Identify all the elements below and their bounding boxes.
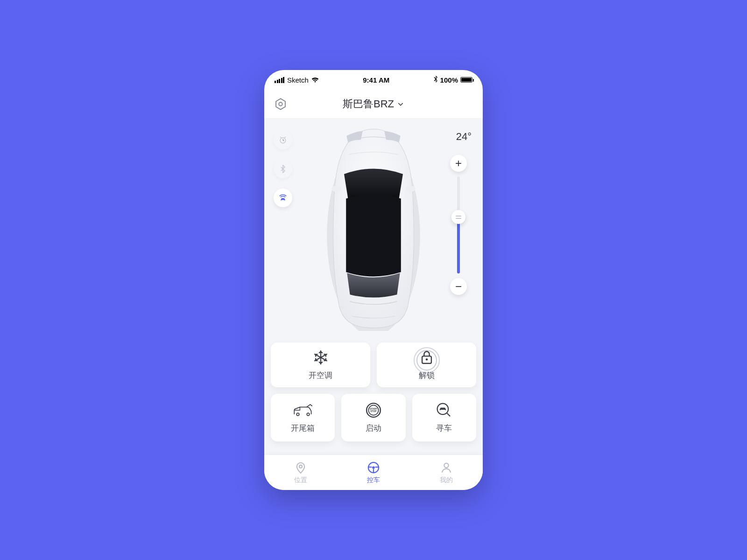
svg-point-8 xyxy=(307,413,310,416)
slider-fill xyxy=(457,217,460,273)
find-car-button[interactable]: 寻车 xyxy=(412,394,476,441)
bluetooth-icon xyxy=(434,76,438,84)
ac-label: 开空调 xyxy=(309,370,332,381)
steering-wheel-icon xyxy=(367,461,380,474)
svg-point-6 xyxy=(425,358,428,360)
status-bar: Sketch 9:41 AM 100% xyxy=(264,70,483,90)
start-button[interactable]: START STOP 启动 xyxy=(341,394,405,441)
status-time: 9:41 AM xyxy=(363,76,389,84)
car-signal-icon xyxy=(278,193,288,203)
battery-text: 100% xyxy=(440,76,458,84)
svg-point-0 xyxy=(279,102,282,105)
svg-text:STOP: STOP xyxy=(370,410,377,413)
nav-control-label: 控车 xyxy=(367,476,380,484)
battery-icon xyxy=(460,77,472,83)
settings-button[interactable] xyxy=(273,96,289,112)
nav-location-label: 位置 xyxy=(294,476,307,484)
bluetooth-icon xyxy=(279,165,287,173)
nav-location[interactable]: 位置 xyxy=(264,461,337,484)
signal-bars-icon xyxy=(275,77,284,83)
person-icon xyxy=(440,461,453,474)
slider-minus-button[interactable]: − xyxy=(450,278,467,295)
svg-point-17 xyxy=(444,463,448,467)
start-label: 启动 xyxy=(366,423,381,434)
svg-point-16 xyxy=(372,466,375,469)
app-header: 斯巴鲁BRZ xyxy=(264,90,483,119)
car-top-view-icon xyxy=(324,125,423,331)
temperature-slider: + − xyxy=(450,155,467,295)
trunk-icon xyxy=(293,402,313,418)
svg-point-7 xyxy=(296,413,299,416)
vehicle-selector[interactable]: 斯巴鲁BRZ xyxy=(343,97,404,111)
phone-frame: Sketch 9:41 AM 100% 斯巴鲁BRZ xyxy=(264,70,483,490)
status-right: 100% xyxy=(434,76,472,84)
clock-icon xyxy=(278,135,288,145)
svg-point-4 xyxy=(406,186,416,192)
signal-button[interactable] xyxy=(274,189,292,207)
svg-text:START: START xyxy=(370,407,377,410)
chevron-down-icon xyxy=(397,100,404,108)
clock-button[interactable] xyxy=(274,131,292,149)
temperature-display: 24° xyxy=(456,131,472,143)
svg-point-14 xyxy=(299,465,302,468)
slider-handle[interactable] xyxy=(451,210,465,224)
find-car-label: 寻车 xyxy=(436,423,452,434)
start-stop-icon: START STOP xyxy=(366,402,381,418)
lock-icon xyxy=(419,350,435,365)
car-stage: 24° + − xyxy=(271,125,476,339)
status-left: Sketch xyxy=(275,76,319,84)
find-car-icon xyxy=(436,402,452,418)
trunk-button[interactable]: 开尾箱 xyxy=(271,394,335,441)
location-pin-icon xyxy=(294,461,307,474)
slider-track[interactable] xyxy=(457,176,460,273)
snowflake-icon xyxy=(313,350,329,365)
slider-plus-button[interactable]: + xyxy=(450,155,467,172)
wifi-icon xyxy=(311,76,319,84)
main-area: 24° + − xyxy=(264,119,483,455)
vehicle-title: 斯巴鲁BRZ xyxy=(343,97,394,111)
carrier-label: Sketch xyxy=(287,76,309,84)
nav-profile-label: 我的 xyxy=(440,476,453,484)
trunk-label: 开尾箱 xyxy=(291,423,315,434)
ac-button[interactable]: 开空调 xyxy=(271,343,370,387)
unlock-label: 解锁 xyxy=(419,370,435,381)
controls-grid: 开空调 解锁 xyxy=(271,343,476,455)
bottom-nav: 位置 控车 我的 xyxy=(264,455,483,490)
side-icon-stack xyxy=(274,131,292,207)
nav-control[interactable]: 控车 xyxy=(337,461,410,484)
bluetooth-button[interactable] xyxy=(274,160,292,178)
svg-point-3 xyxy=(331,186,341,192)
unlock-button[interactable]: 解锁 xyxy=(377,343,476,387)
nav-profile[interactable]: 我的 xyxy=(410,461,483,484)
hexagon-gear-icon xyxy=(274,98,287,111)
